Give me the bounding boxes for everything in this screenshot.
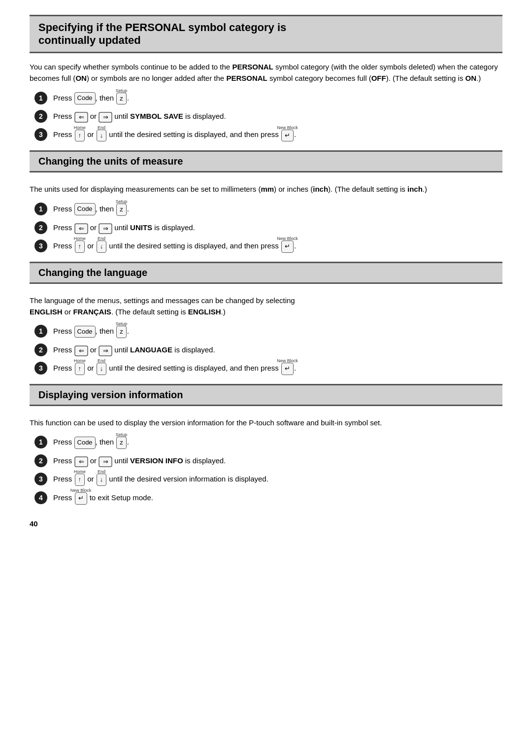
section3-step1-content: Press Code, then Setup z .: [53, 324, 129, 338]
section1-step3-content: Press Home ↑ or End ↓ until the desired …: [53, 128, 296, 141]
section4-step3: 3 Press Home ↑ or End ↓ until the desire…: [34, 472, 502, 486]
section3-body: The language of the menus, settings and …: [30, 295, 502, 318]
s4-left-arrow: ⇐: [74, 455, 88, 467]
section1-step3: 3 Press Home ↑ or End ↓ until the desire…: [34, 128, 502, 141]
s3-newblock-label: New Block: [277, 357, 298, 364]
newblock-label: New Block: [277, 124, 298, 131]
s3-step-num-2: 2: [34, 344, 47, 356]
section3-step2-content: Press ⇐ or ⇒ until LANGUAGE is displayed…: [53, 343, 215, 356]
s4-end-label: End: [98, 468, 105, 475]
s3-code-key: Code: [74, 326, 96, 338]
section2-step2: 2 Press ⇐ or ⇒ until UNITS is displayed.: [34, 221, 502, 234]
s3-left-arrow: ⇐: [74, 344, 88, 356]
s2-step-num-3: 3: [34, 240, 47, 252]
section3-step1: 1 Press Code, then Setup z .: [34, 324, 502, 338]
s4-enter-key-wrapper: New Block ↵: [75, 492, 87, 505]
s2-step-num-1: 1: [34, 203, 47, 215]
section2-title-box: Changing the units of measure: [30, 150, 502, 172]
section4-body: This function can be used to display the…: [30, 417, 502, 428]
s3-setup-label: Setup: [116, 320, 128, 327]
up-key-wrapper: Home ↑: [75, 129, 85, 142]
section4-title: Displaying version information: [38, 389, 494, 401]
code-key: Code: [74, 92, 96, 104]
step-num-2: 2: [34, 110, 47, 123]
s4-newblock-label: New Block: [70, 487, 92, 494]
s4-step-num-3: 3: [34, 473, 47, 485]
svg-text:⇐: ⇐: [78, 458, 84, 465]
section3-step3-content: Press Home ↑ or End ↓ until the desired …: [53, 361, 296, 375]
end-label: End: [98, 124, 105, 131]
s4-code-key: Code: [74, 437, 96, 449]
s3-z-key-wrapper: Setup z: [116, 325, 127, 338]
z-key: z: [116, 93, 127, 105]
s3-down-key: ↓: [97, 363, 107, 375]
section1-step1: 1 Press Code, then Setup z .: [34, 91, 502, 105]
s3-up-key-wrapper: Home ↑: [75, 362, 85, 375]
section4-step2-content: Press ⇐ or ⇒ until VERSION INFO is displ…: [53, 454, 226, 467]
s4-right-arrow: ⇒: [99, 455, 112, 467]
s2-enter-key-wrapper: New Block ↵: [281, 240, 294, 253]
s2-down-key-wrapper: End ↓: [97, 240, 107, 253]
right-arrow-key: ⇒: [99, 111, 112, 123]
s4-down-key: ↓: [97, 474, 107, 486]
left-arrow-key: ⇐: [74, 111, 88, 123]
section3-steps: 1 Press Code, then Setup z . 2 Press ⇐ o…: [34, 324, 502, 375]
s3-step-num-3: 3: [34, 362, 47, 375]
home-label: Home: [74, 124, 86, 131]
setup-label: Setup: [116, 87, 128, 94]
section2-step3: 3 Press Home ↑ or End ↓ until the desire…: [34, 239, 502, 253]
svg-text:⇒: ⇒: [103, 113, 108, 121]
s2-code-key: Code: [74, 203, 96, 215]
s3-z-key: z: [116, 326, 127, 338]
s3-enter-key-wrapper: New Block ↵: [281, 362, 294, 375]
s4-step-num-4: 4: [34, 491, 47, 504]
s2-left-arrow: ⇐: [74, 222, 88, 234]
section4-step4: 4 Press New Block ↵ to exit Setup mode.: [34, 491, 502, 505]
section1-step2: 2 Press ⇐ or ⇒ until SYMBOL SAVE is disp…: [34, 109, 502, 123]
section2-step3-content: Press Home ↑ or End ↓ until the desired …: [53, 239, 296, 253]
s2-up-key: ↑: [75, 241, 85, 253]
section4-step3-content: Press Home ↑ or End ↓ until the desired …: [53, 472, 268, 486]
section3-title: Changing the language: [38, 267, 494, 278]
section2-body: The units used for displaying measuremen…: [30, 183, 502, 195]
enter-key: ↵: [281, 130, 294, 142]
s2-newblock-label: New Block: [277, 235, 298, 242]
svg-text:⇒: ⇒: [103, 347, 108, 354]
s2-z-key: z: [116, 204, 127, 216]
s2-up-key-wrapper: Home ↑: [75, 240, 85, 253]
svg-text:⇐: ⇐: [78, 225, 84, 232]
page-number: 40: [30, 519, 502, 528]
step-num-1: 1: [34, 92, 47, 104]
s3-up-key: ↑: [75, 363, 85, 375]
svg-text:⇒: ⇒: [103, 458, 108, 465]
section4-title-box: Displaying version information: [30, 384, 502, 406]
section2-step1: 1 Press Code, then Setup z .: [34, 202, 502, 216]
svg-text:⇐: ⇐: [78, 113, 84, 121]
s4-setup-label: Setup: [116, 431, 128, 438]
down-key: ↓: [97, 130, 107, 142]
section1-step2-content: Press ⇐ or ⇒ until SYMBOL SAVE is displa…: [53, 109, 226, 123]
section3-step3: 3 Press Home ↑ or End ↓ until the desire…: [34, 361, 502, 375]
s2-step-num-2: 2: [34, 221, 47, 234]
section1-steps: 1 Press Code, then Setup z . 2 Press ⇐ o…: [34, 91, 502, 142]
s3-down-key-wrapper: End ↓: [97, 362, 107, 375]
s4-z-key-wrapper: Setup z: [116, 436, 127, 449]
section3-step2: 2 Press ⇐ or ⇒ until LANGUAGE is display…: [34, 343, 502, 356]
section1-title: Specifying if the PERSONAL symbol catego…: [38, 21, 494, 47]
section1-step1-content: Press Code, then Setup z .: [53, 91, 129, 105]
section1-body: You can specify whether symbols continue…: [30, 61, 502, 84]
s4-up-key: ↑: [75, 474, 85, 486]
s3-enter-key: ↵: [281, 363, 294, 375]
s3-step-num-1: 1: [34, 325, 47, 338]
section3-title-box: Changing the language: [30, 262, 502, 284]
s2-end-label: End: [98, 235, 105, 242]
s2-enter-key: ↵: [281, 241, 294, 253]
s4-step-num-2: 2: [34, 454, 47, 467]
section1-title-box: Specifying if the PERSONAL symbol catego…: [30, 15, 502, 53]
section2-title: Changing the units of measure: [38, 156, 494, 167]
s2-right-arrow: ⇒: [99, 222, 112, 234]
s4-z-key: z: [116, 437, 127, 449]
s2-z-key-wrapper: Setup z: [116, 203, 127, 216]
s3-end-label: End: [98, 357, 105, 364]
s4-enter-key: ↵: [75, 492, 87, 505]
